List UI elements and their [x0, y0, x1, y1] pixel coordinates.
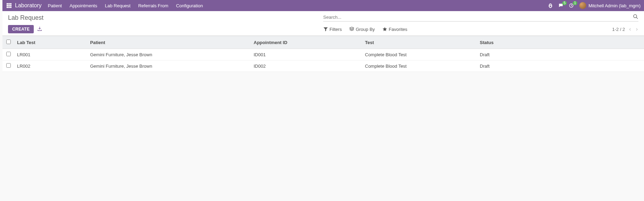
- search-icon[interactable]: [633, 14, 638, 20]
- menu-configuration[interactable]: Configuration: [176, 3, 203, 8]
- create-button[interactable]: CREATE: [8, 25, 34, 33]
- svg-point-1: [634, 15, 637, 18]
- menu-referrals-from[interactable]: Referrals From: [138, 3, 168, 8]
- import-icon[interactable]: [37, 26, 42, 32]
- menu-appointments[interactable]: Appointments: [70, 3, 97, 8]
- cell-test: Complete Blood Test: [362, 49, 477, 60]
- app-brand[interactable]: Laboratory: [15, 2, 42, 9]
- activities-icon[interactable]: 1: [569, 3, 574, 8]
- funnel-icon: [323, 27, 328, 32]
- table-row[interactable]: LR002 Gemini Furniture, Jesse Brown ID00…: [2, 60, 644, 72]
- top-navbar: Laboratory Patient Appointments Lab Requ…: [2, 0, 644, 11]
- apps-icon[interactable]: [7, 3, 11, 8]
- layers-icon: [349, 27, 354, 32]
- list-view: Lab Test Patient Appointment ID Test Sta…: [2, 36, 644, 72]
- groupby-label: Group By: [356, 27, 375, 32]
- row-checkbox[interactable]: [6, 52, 11, 56]
- select-all-checkbox[interactable]: [6, 40, 11, 44]
- systray: 5 1 Mitchell Admin (lab_mgm): [548, 2, 641, 9]
- cell-status: Draft: [477, 49, 644, 60]
- row-checkbox[interactable]: [6, 63, 11, 68]
- page-title: Lab Request: [8, 14, 323, 22]
- col-header-test[interactable]: Test: [362, 36, 477, 49]
- search-bar[interactable]: [323, 14, 638, 22]
- pager-text: 1-2 / 2: [612, 27, 625, 32]
- cell-labtest: LR002: [14, 60, 87, 72]
- debug-icon[interactable]: [548, 3, 553, 8]
- menu-lab-request[interactable]: Lab Request: [105, 3, 130, 8]
- favorites-button[interactable]: Favorites: [382, 27, 407, 32]
- main-menu: Patient Appointments Lab Request Referra…: [48, 3, 203, 8]
- messages-badge: 5: [562, 1, 567, 5]
- col-header-status[interactable]: Status: [477, 36, 644, 49]
- star-icon: [382, 27, 387, 32]
- cell-labtest: LR001: [14, 49, 87, 60]
- cell-appointment: ID002: [251, 60, 362, 72]
- cell-patient: Gemini Furniture, Jesse Brown: [87, 60, 251, 72]
- cell-status: Draft: [477, 60, 644, 72]
- messages-icon[interactable]: 5: [558, 3, 563, 8]
- filters-label: Filters: [329, 27, 342, 32]
- pager-next-icon[interactable]: ›: [635, 26, 638, 32]
- search-input[interactable]: [323, 15, 630, 20]
- menu-patient[interactable]: Patient: [48, 3, 62, 8]
- cell-test: Complete Blood Test: [362, 60, 477, 72]
- table-header-row: Lab Test Patient Appointment ID Test Sta…: [2, 36, 644, 49]
- table-row[interactable]: LR001 Gemini Furniture, Jesse Brown ID00…: [2, 49, 644, 60]
- col-header-appointment[interactable]: Appointment ID: [251, 36, 362, 49]
- cell-appointment: ID001: [251, 49, 362, 60]
- user-menu[interactable]: Mitchell Admin (lab_mgm): [579, 2, 641, 9]
- col-header-patient[interactable]: Patient: [87, 36, 251, 49]
- username: Mitchell Admin (lab_mgm): [588, 3, 641, 8]
- avatar: [579, 2, 586, 9]
- favorites-label: Favorites: [389, 27, 407, 32]
- groupby-button[interactable]: Group By: [349, 27, 375, 32]
- pager-prev-icon[interactable]: ‹: [628, 26, 631, 32]
- activities-badge: 1: [573, 1, 578, 5]
- filters-button[interactable]: Filters: [323, 27, 342, 32]
- cell-patient: Gemini Furniture, Jesse Brown: [87, 49, 251, 60]
- col-header-labtest[interactable]: Lab Test: [14, 36, 87, 49]
- svg-line-2: [636, 17, 638, 19]
- control-panel: Lab Request CREATE Filters Group By: [2, 11, 644, 36]
